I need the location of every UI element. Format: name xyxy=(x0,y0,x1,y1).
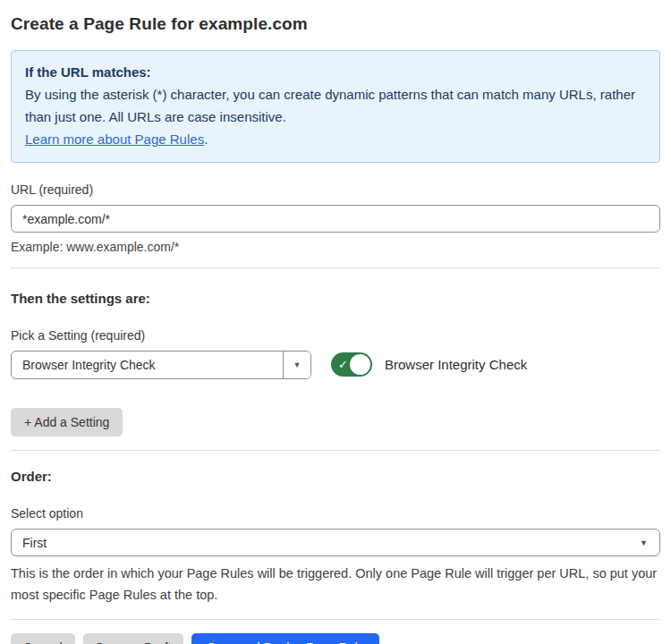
learn-more-link[interactable]: Learn more about Page Rules xyxy=(25,131,204,147)
info-box-body: By using the asterisk (*) character, you… xyxy=(25,83,646,128)
order-selected-value: First xyxy=(22,536,47,550)
toggle-label: Browser Integrity Check xyxy=(385,357,527,372)
add-setting-button[interactable]: + Add a Setting xyxy=(11,408,123,436)
pick-setting-select[interactable]: Browser Integrity Check ▼ xyxy=(11,351,311,379)
browser-integrity-toggle-group: ✓ Browser Integrity Check xyxy=(331,352,527,377)
order-section-heading: Order: xyxy=(11,469,660,484)
page-title: Create a Page Rule for example.com xyxy=(11,14,660,34)
footer-buttons: Cancel Save as Draft Save and Deploy Pag… xyxy=(11,633,660,644)
url-matches-info-box: If the URL matches: By using the asteris… xyxy=(11,50,660,163)
link-period: . xyxy=(204,131,208,147)
toggle-knob xyxy=(350,354,370,375)
save-and-deploy-button[interactable]: Save and Deploy Page Rule xyxy=(191,633,379,644)
chevron-down-icon: ▼ xyxy=(293,360,302,369)
cancel-button[interactable]: Cancel xyxy=(11,633,75,644)
order-helper-text: This is the order in which your Page Rul… xyxy=(11,563,660,606)
save-as-draft-button[interactable]: Save as Draft xyxy=(83,633,184,644)
pick-setting-selected-value: Browser Integrity Check xyxy=(12,352,283,378)
divider-before-footer xyxy=(11,619,660,620)
pick-setting-arrow-segment[interactable]: ▼ xyxy=(283,352,310,378)
check-icon: ✓ xyxy=(338,359,348,370)
setting-row: Browser Integrity Check ▼ ✓ Browser Inte… xyxy=(11,351,660,379)
info-box-heading: If the URL matches: xyxy=(25,61,646,83)
order-select-label: Select option xyxy=(11,506,660,521)
settings-section-heading: Then the settings are: xyxy=(11,291,660,306)
url-field-label: URL (required) xyxy=(11,182,660,197)
divider-after-url xyxy=(11,267,660,268)
chevron-down-icon: ▼ xyxy=(640,538,648,547)
url-field-helper: Example: www.example.com/* xyxy=(11,240,660,254)
create-page-rule-form: Create a Page Rule for example.com If th… xyxy=(0,0,671,644)
order-select[interactable]: First ▼ xyxy=(11,529,660,556)
divider-after-settings xyxy=(11,450,660,451)
browser-integrity-toggle[interactable]: ✓ xyxy=(331,352,372,377)
info-box-link-line: Learn more about Page Rules. xyxy=(25,128,646,150)
pick-setting-label: Pick a Setting (required) xyxy=(11,328,660,343)
url-input[interactable] xyxy=(11,205,660,233)
